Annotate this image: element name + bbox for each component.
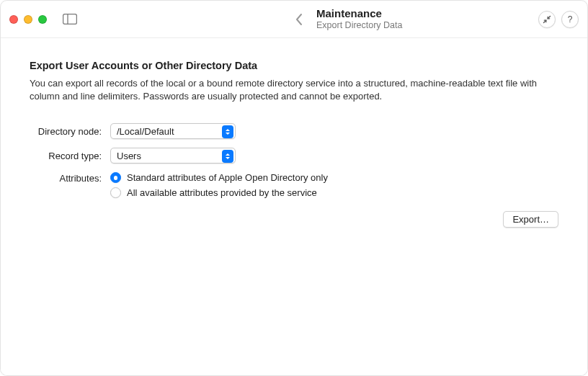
title-group: Maintenance Export Directory Data (316, 7, 402, 31)
window: Maintenance Export Directory Data ? (0, 0, 588, 376)
record-type-label: Record type: (30, 151, 102, 161)
attributes-radio-group: Standard attributes of Apple Open Direct… (110, 172, 558, 198)
export-form: Directory node: /Local/Default Record ty… (30, 123, 558, 198)
zoom-window-button[interactable] (38, 15, 47, 24)
record-type-popup[interactable]: Users (110, 148, 236, 164)
titlebar-right: ? (538, 11, 579, 28)
chevron-left-icon (295, 13, 303, 26)
updown-arrows-icon (222, 150, 233, 163)
titlebar: Maintenance Export Directory Data ? (1, 1, 587, 38)
back-button[interactable] (288, 13, 309, 26)
section-description: You can export all records of the local … (30, 77, 556, 103)
help-icon: ? (568, 14, 573, 24)
help-button[interactable]: ? (561, 11, 579, 28)
content-area: Export User Accounts or Other Directory … (1, 38, 587, 375)
sidebar-toggle-button[interactable] (60, 11, 80, 28)
close-window-button[interactable] (9, 15, 18, 24)
collapse-icon (543, 15, 551, 24)
attributes-option-standard[interactable]: Standard attributes of Apple Open Direct… (110, 172, 558, 183)
action-row: Export… (30, 211, 558, 228)
attributes-label: Attributes: (30, 172, 102, 184)
minimize-window-button[interactable] (24, 15, 32, 24)
radio-label: All available attributes provided by the… (127, 187, 317, 198)
sidebar-icon (63, 14, 77, 24)
directory-node-label: Directory node: (30, 126, 102, 137)
titlebar-center: Maintenance Export Directory Data (86, 7, 538, 31)
section-heading: Export User Accounts or Other Directory … (30, 60, 558, 71)
record-type-value: Users (117, 151, 141, 161)
radio-button-icon (110, 187, 121, 198)
collapse-button[interactable] (538, 11, 556, 28)
directory-node-popup[interactable]: /Local/Default (110, 123, 236, 139)
radio-button-icon (110, 172, 121, 183)
updown-arrows-icon (222, 125, 233, 138)
svg-rect-0 (63, 14, 77, 24)
radio-label: Standard attributes of Apple Open Direct… (127, 172, 328, 183)
window-subtitle: Export Directory Data (316, 20, 402, 30)
window-title: Maintenance (316, 7, 402, 19)
export-button[interactable]: Export… (503, 211, 558, 228)
attributes-option-all[interactable]: All available attributes provided by the… (110, 187, 558, 198)
directory-node-value: /Local/Default (117, 126, 174, 137)
window-controls (9, 15, 47, 24)
